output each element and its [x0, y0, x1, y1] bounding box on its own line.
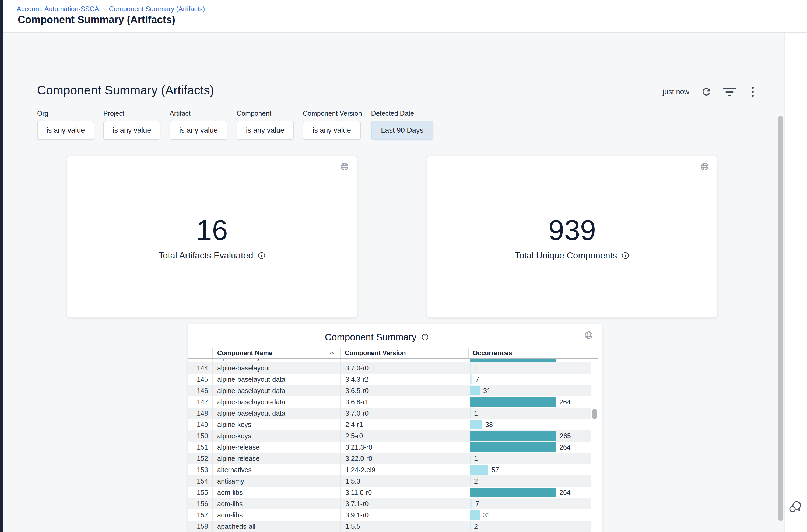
dashboard-filters-button[interactable] [723, 86, 736, 98]
component-version-cell: 3.9.1-r0 [341, 509, 468, 521]
column-header-occurrences[interactable]: Occurrences [468, 348, 598, 358]
component-name-cell: antisamy [213, 475, 341, 487]
filter-org-value[interactable]: is any value [37, 121, 94, 140]
filter-project-value[interactable]: is any value [103, 121, 160, 140]
table-title: Component Summary [325, 332, 417, 342]
table-row[interactable]: 144 alpine-baselayout 3.7.0-r0 1 [188, 362, 591, 374]
table-row[interactable]: 151 alpine-release 3.21.3-r0 264 [188, 441, 591, 453]
component-summary-table-card: Component Summary Component Name [188, 324, 602, 532]
refresh-icon [701, 86, 712, 97]
filter-label: Component Version [303, 110, 362, 117]
page-scrollbar-thumb[interactable] [778, 116, 783, 521]
table-row[interactable]: 152 alpine-release 3.22.0-r0 1 [188, 453, 591, 464]
table-row[interactable]: 157 aom-libs 3.9.1-r0 31 [188, 509, 591, 521]
info-icon[interactable] [621, 251, 629, 260]
filter-org: Org is any value [37, 110, 94, 140]
table-row[interactable]: 155 aom-libs 3.11.0-r0 264 [188, 487, 591, 498]
breadcrumb-account-link[interactable]: Account: Automation-SSCA [17, 5, 99, 13]
row-index: 144 [188, 362, 213, 374]
row-index: 146 [188, 385, 213, 396]
occurrences-cell: 7 [468, 374, 591, 385]
column-header-index [188, 348, 213, 358]
component-name-cell: alpine-baselayout-data [213, 374, 341, 385]
table-row[interactable]: 147 alpine-baselayout-data 3.6.8-r1 264 [188, 396, 591, 407]
filter-component: Component is any value [237, 110, 294, 140]
globe-icon [584, 330, 593, 340]
component-version-cell: 1.24-2.el9 [341, 464, 468, 475]
component-version-cell: 2.5-r0 [341, 430, 468, 441]
filter-component-version-value[interactable]: is any value [303, 121, 361, 140]
occurrence-bar [470, 476, 471, 486]
kebab-menu-icon [752, 87, 754, 97]
row-index: 154 [188, 475, 213, 487]
occurrence-value: 1 [474, 410, 478, 417]
component-version-cell: 3.21.3-r0 [341, 441, 468, 453]
component-version-cell: 3.22.0-r0 [341, 453, 468, 464]
table-row[interactable]: 149 alpine-keys 2.4-r1 38 [188, 419, 591, 430]
table-row[interactable]: 158 apacheds-all 1.5.5 2 [188, 521, 591, 532]
component-name-cell: alternatives [213, 464, 341, 475]
filter-label: Artifact [170, 110, 228, 117]
component-version-cell: 3.4.3-r2 [341, 374, 468, 385]
component-name-cell: alpine-baselayout [213, 359, 341, 362]
occurrence-bar [470, 386, 480, 396]
component-name-cell: alpine-baselayout-data [213, 385, 341, 396]
table-row[interactable]: 143 alpine-baselayout 3.6.8-r1 264 [188, 359, 591, 362]
breadcrumb-page-link[interactable]: Component Summary (Artifacts) [109, 5, 205, 13]
dashboard-actions-button[interactable] [746, 86, 759, 98]
occurrences-cell: 1 [468, 453, 591, 464]
chat-support-button[interactable] [788, 500, 803, 514]
filter-artifact-value[interactable]: is any value [170, 121, 228, 140]
table-row[interactable]: 146 alpine-baselayout-data 3.6.5-r0 31 [188, 385, 591, 396]
occurrence-value: 38 [485, 421, 493, 429]
occurrence-bar [470, 375, 472, 384]
filter-icon [723, 88, 736, 96]
filter-project: Project is any value [103, 110, 160, 140]
component-name-cell: aom-libs [213, 487, 341, 498]
filter-artifact: Artifact is any value [170, 110, 228, 140]
occurrence-bar [470, 454, 471, 463]
occurrence-bar [470, 359, 556, 362]
component-version-cell: 3.11.0-r0 [341, 487, 468, 498]
occurrence-bar [470, 521, 471, 531]
occurrences-cell: 265 [468, 430, 591, 441]
occurrences-cell: 31 [468, 385, 591, 396]
metric-label-row: Total Unique Components [427, 250, 717, 261]
occurrence-value: 7 [475, 376, 479, 383]
occurrences-cell: 2 [468, 521, 591, 532]
table-row[interactable]: 148 alpine-baselayout-data 3.7.0-r0 1 [188, 407, 591, 419]
component-version-cell: 2.4-r1 [341, 419, 468, 430]
info-icon[interactable] [257, 251, 266, 260]
occurrence-value: 31 [483, 511, 491, 519]
row-index: 143 [188, 359, 213, 362]
column-header-component-version[interactable]: Component Version [341, 348, 468, 358]
occurrence-value: 2 [474, 522, 478, 530]
occurrence-bar [470, 465, 488, 475]
occurrence-value: 2 [474, 477, 478, 485]
total-artifacts-value: 16 [67, 214, 357, 246]
info-icon[interactable] [421, 333, 429, 341]
filter-label: Org [37, 110, 94, 117]
breadcrumb: Account: Automation-SSCA › Component Sum… [17, 5, 205, 13]
table-row[interactable]: 154 antisamy 1.5.3 2 [188, 475, 591, 487]
page-title: Component Summary (Artifacts) [18, 14, 175, 25]
dashboard-canvas: Component Summary (Artifacts) just now O… [3, 33, 785, 532]
filter-component-value[interactable]: is any value [237, 121, 294, 140]
table-row[interactable]: 153 alternatives 1.24-2.el9 57 [188, 464, 591, 475]
table-row[interactable]: 156 aom-libs 3.7.1-r0 7 [188, 498, 591, 509]
row-index: 151 [188, 441, 213, 453]
refresh-button[interactable] [700, 86, 712, 98]
total-components-label: Total Unique Components [515, 250, 617, 261]
filter-label: Detected Date [371, 110, 434, 117]
column-header-component-name[interactable]: Component Name [213, 348, 341, 358]
table-row[interactable]: 150 alpine-keys 2.5-r0 265 [188, 430, 591, 441]
occurrence-bar [470, 442, 556, 452]
page-header: Account: Automation-SSCA › Component Sum… [3, 0, 807, 33]
globe-icon [700, 162, 709, 171]
row-index: 152 [188, 453, 213, 464]
filter-detected-date-value[interactable]: Last 90 Days [371, 121, 434, 140]
table-row[interactable]: 145 alpine-baselayout-data 3.4.3-r2 7 [188, 374, 591, 385]
table-scrollbar-thumb[interactable] [593, 409, 596, 419]
occurrences-cell: 2 [468, 475, 591, 487]
component-summary-page: Account: Automation-SSCA › Component Sum… [0, 0, 807, 532]
